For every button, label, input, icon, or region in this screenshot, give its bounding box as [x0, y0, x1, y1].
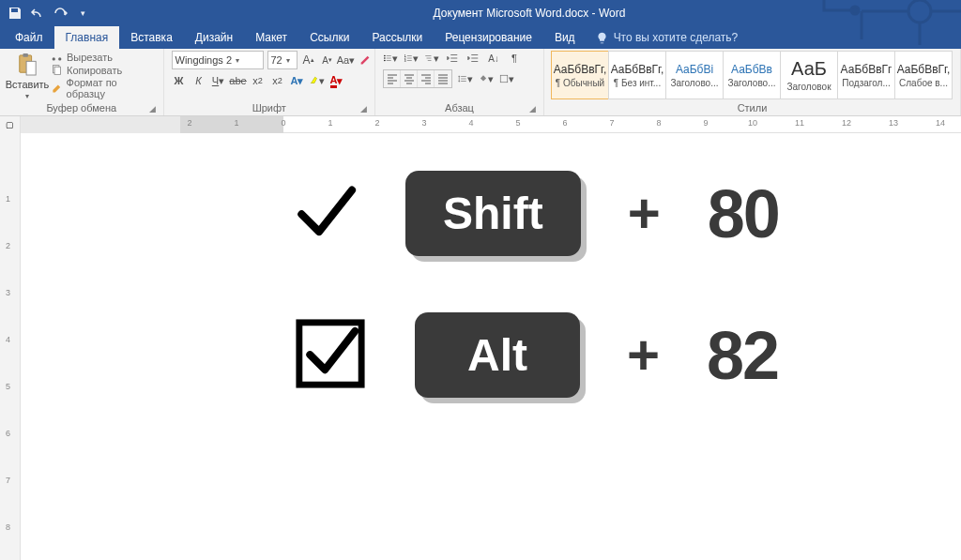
style-preview: АаБбВі [676, 63, 713, 76]
checkmark-icon [293, 179, 358, 249]
font-size-combo[interactable]: 72▾ [267, 51, 297, 69]
grow-font-icon[interactable]: A▴ [301, 53, 316, 68]
underline-icon[interactable]: Ч▾ [211, 73, 226, 88]
italic-icon[interactable]: К [191, 73, 206, 88]
style-preview: АаБбВвГг, [554, 63, 607, 76]
style-name: Заголовок [786, 82, 831, 92]
chevron-down-icon: ▾ [286, 56, 290, 65]
qat-customize-icon[interactable]: ▾ [75, 6, 90, 21]
horizontal-ruler[interactable]: 21012345678910111213141516 [21, 116, 961, 133]
scissors-icon [51, 51, 63, 63]
group-paragraph: ▾ 123▾ ▾ A↓ ¶ ▾ ▾ ▾ Абзац◢ [375, 49, 544, 115]
style-name: Заголово... [728, 78, 776, 88]
font-group-label: Шрифт [252, 102, 286, 114]
title-bar: ▾ Документ Microsoft Word.docx - Word [0, 0, 961, 26]
align-justify-icon[interactable] [435, 70, 451, 87]
pilcrow-icon[interactable]: ¶ [507, 51, 522, 66]
dialog-launcher-icon[interactable]: ◢ [149, 104, 156, 114]
code-82: 82 [707, 317, 778, 394]
style-item[interactable]: АаБбВвЗаголово... [723, 51, 781, 99]
style-name: Слабое в... [899, 78, 948, 88]
copy-button[interactable]: Копировать [51, 64, 156, 76]
font-name-combo[interactable]: Wingdings 2▾ [172, 51, 264, 69]
multilevel-icon[interactable]: ▾ [424, 51, 439, 66]
svg-point-0 [908, 0, 931, 23]
change-case-icon[interactable]: Aa▾ [339, 53, 354, 68]
style-item[interactable]: АаБбВвГг,¶ Без инт... [608, 51, 666, 99]
group-styles: АаБбВвГг,¶ ОбычныйАаБбВвГг,¶ Без инт...А… [544, 49, 961, 115]
bullets-icon[interactable]: ▾ [383, 51, 398, 66]
subscript-icon[interactable]: x2 [251, 73, 266, 88]
superscript-icon[interactable]: x2 [270, 73, 285, 88]
svg-rect-3 [23, 53, 28, 57]
cut-button[interactable]: Вырезать [51, 51, 156, 63]
decrease-indent-icon[interactable] [445, 51, 460, 66]
clipboard-group-label: Буфер обмена [46, 102, 116, 114]
tab-view[interactable]: Вид [543, 26, 587, 49]
highlight-icon[interactable]: ▾ [310, 73, 325, 88]
style-name: ¶ Обычный [556, 78, 604, 88]
svg-rect-6 [54, 67, 61, 74]
svg-rect-13 [500, 75, 508, 83]
svg-rect-4 [26, 61, 36, 75]
style-item[interactable]: АаБбВвГгПодзагол... [837, 51, 895, 99]
tab-insert[interactable]: Вставка [119, 26, 184, 49]
quick-access-toolbar: ▾ [0, 6, 98, 21]
paste-button[interactable]: Вставить ▾ [8, 51, 47, 100]
style-name: ¶ Без инт... [614, 78, 661, 88]
dialog-launcher-icon[interactable]: ◢ [360, 104, 367, 114]
tab-design[interactable]: Дизайн [184, 26, 244, 49]
svg-point-7 [384, 55, 386, 57]
tab-home[interactable]: Главная [54, 26, 120, 49]
tab-file[interactable]: Файл [4, 26, 54, 49]
format-painter-button[interactable]: Формат по образцу [51, 77, 156, 99]
strike-icon[interactable]: abe [231, 73, 246, 88]
dialog-launcher-icon[interactable]: ◢ [529, 104, 536, 114]
paragraph-group-label: Абзац [445, 102, 474, 114]
copy-label: Копировать [67, 65, 122, 76]
style-name: Подзагол... [842, 78, 890, 88]
tell-me[interactable]: Что вы хотите сделать? [587, 26, 748, 49]
group-font: Wingdings 2▾ 72▾ A▴ A▾ Aa▾ Ж К Ч▾ abe x2… [164, 49, 376, 115]
borders-icon[interactable]: ▾ [499, 71, 514, 86]
numbering-icon[interactable]: 123▾ [404, 51, 419, 66]
style-item[interactable]: АаБЗаголовок [780, 51, 838, 99]
keycap-alt: Alt [415, 312, 580, 398]
style-item[interactable]: АаБбВвГг,Слабое в... [894, 51, 953, 99]
shading-icon[interactable]: ▾ [479, 71, 494, 86]
clear-format-icon[interactable] [358, 53, 373, 68]
paste-icon [17, 53, 38, 77]
bold-icon[interactable]: Ж [172, 73, 187, 88]
brush-icon [51, 83, 63, 95]
tab-references[interactable]: Ссылки [298, 26, 360, 49]
style-item[interactable]: АаБбВвГг,¶ Обычный [551, 51, 609, 99]
redo-icon[interactable] [53, 6, 68, 21]
align-center-icon[interactable] [401, 70, 418, 87]
plus-symbol: + [627, 323, 660, 387]
tab-review[interactable]: Рецензирование [434, 26, 543, 49]
style-preview: АаБбВв [731, 63, 772, 76]
style-preview: АаБбВвГг, [897, 63, 951, 76]
ruler-corner: ▢ [0, 116, 21, 133]
keycap-shift: Shift [405, 171, 581, 256]
align-right-icon[interactable] [418, 70, 435, 87]
document-page[interactable]: Shift + 80 Alt + 82 [180, 133, 961, 560]
font-color-icon[interactable]: A▾ [329, 73, 344, 88]
increase-indent-icon[interactable] [465, 51, 480, 66]
save-icon[interactable] [8, 6, 23, 21]
style-name: Заголово... [671, 78, 719, 88]
style-item[interactable]: АаБбВіЗаголово... [665, 51, 724, 99]
styles-gallery[interactable]: АаБбВвГг,¶ ОбычныйАаБбВвГг,¶ Без инт...А… [552, 51, 953, 99]
vertical-ruler[interactable]: 12345678 [0, 133, 21, 560]
sort-icon[interactable]: A↓ [486, 51, 501, 66]
tab-mailings[interactable]: Рассылки [360, 26, 434, 49]
tab-layout[interactable]: Макет [244, 26, 298, 49]
svg-point-1 [851, 7, 859, 14]
align-left-icon[interactable] [384, 70, 401, 87]
text-effects-icon[interactable]: A▾ [290, 73, 305, 88]
line-spacing-icon[interactable]: ▾ [458, 71, 473, 86]
shrink-font-icon[interactable]: A▾ [320, 53, 335, 68]
ribbon: Вставить ▾ Вырезать Копировать Формат по… [0, 49, 961, 116]
undo-icon[interactable] [30, 6, 45, 21]
doc-row-1: Shift + 80 [293, 171, 933, 256]
